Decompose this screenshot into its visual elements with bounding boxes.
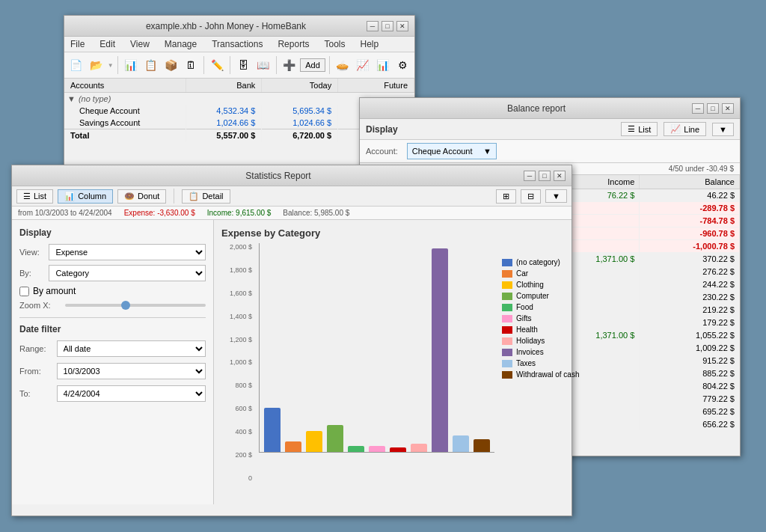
maximize-button[interactable]: □	[382, 21, 393, 31]
more-options-button[interactable]: ▼	[545, 189, 567, 203]
menu-file[interactable]: File	[67, 38, 88, 50]
account-bank: 4,532.34 $	[186, 105, 262, 117]
chart-options-button[interactable]: ⊟	[521, 189, 541, 204]
close-button[interactable]: ✕	[396, 21, 408, 31]
settings-button[interactable]: ⚙	[393, 55, 411, 76]
legend-label: Food	[516, 303, 533, 311]
to-select[interactable]: 4/24/2004	[57, 385, 206, 402]
toolbar-separator-5	[329, 56, 330, 74]
y-label: 1,400 $	[230, 313, 252, 320]
collapse-icon[interactable]: ▼	[67, 94, 76, 103]
menu-transactions[interactable]: Transactions	[209, 38, 266, 50]
stats-chart-area: Expense by Category 2,000 $ 1,800 $ 1,60…	[214, 220, 607, 504]
by-select[interactable]: Category	[49, 265, 206, 281]
y-label: 1,600 $	[230, 290, 252, 297]
stats-maximize[interactable]: □	[539, 171, 551, 181]
add-icon-button[interactable]: ➕	[280, 55, 298, 76]
account-label: Account:	[366, 147, 398, 156]
line-icon: 📈	[670, 124, 681, 134]
balance-close[interactable]: ✕	[722, 103, 734, 114]
cell-balance: 276.22 $	[640, 266, 740, 278]
stats-close[interactable]: ✕	[554, 171, 566, 181]
menu-help[interactable]: Help	[358, 38, 382, 50]
bar[interactable]	[264, 243, 281, 452]
database-button[interactable]: 🗄	[234, 55, 252, 76]
cell-balance: 230.22 $	[640, 291, 740, 304]
balance-minimize[interactable]: ─	[692, 103, 704, 114]
bar[interactable]	[285, 243, 301, 452]
balance-maximize[interactable]: □	[707, 103, 719, 114]
bar[interactable]	[390, 243, 406, 452]
line-chart-button[interactable]: 📈	[353, 55, 371, 76]
sidebar-separator	[19, 317, 206, 318]
minimize-button[interactable]: ─	[367, 21, 379, 31]
stats-content: Display View: Expense By: Category By a	[12, 220, 572, 504]
menu-view[interactable]: View	[127, 38, 153, 50]
donut-icon: 🍩	[124, 192, 135, 201]
bar[interactable]	[411, 243, 427, 452]
properties-button[interactable]: 🗓	[182, 55, 200, 76]
stats-detail-button[interactable]: 📋 Detail	[182, 189, 230, 204]
cell-balance: 695.22 $	[640, 406, 740, 418]
balance-toolbar: Display ☰ List 📈 Line ▼	[360, 119, 740, 140]
bar[interactable]	[369, 243, 385, 452]
stats-column-button[interactable]: 📊 Column	[58, 189, 113, 204]
view-options-button[interactable]: ▼	[712, 123, 734, 136]
display-section-title: Display	[19, 227, 206, 238]
bar-chart-button[interactable]: 📊	[373, 55, 391, 76]
bar-rect	[453, 435, 469, 452]
legend-item: Car	[502, 269, 599, 278]
add-button[interactable]: Add	[300, 58, 325, 72]
y-label: 200 $	[235, 451, 252, 459]
stats-list-button[interactable]: ☰ List	[16, 189, 53, 204]
from-select[interactable]: 10/3/2003	[57, 363, 206, 379]
cell-balance: 179.22 $	[640, 317, 740, 329]
book-button[interactable]: 📖	[254, 55, 272, 76]
cell-balance: 915.22 $	[640, 355, 740, 367]
export-chart-button[interactable]: ⊞	[496, 189, 516, 204]
y-axis: 2,000 $ 1,800 $ 1,600 $ 1,400 $ 1,200 $ …	[221, 243, 255, 482]
list-view-button[interactable]: ☰ List	[621, 122, 658, 136]
new-button[interactable]: 📄	[67, 55, 85, 76]
bar[interactable]	[327, 243, 343, 452]
slider-thumb[interactable]	[121, 301, 130, 310]
export-button[interactable]: 📋	[142, 55, 160, 76]
bar-rect	[285, 441, 301, 452]
legend-item: (no category)	[502, 258, 599, 266]
menu-reports[interactable]: Reports	[275, 38, 312, 50]
line-view-button[interactable]: 📈 Line	[664, 122, 706, 136]
menu-manage[interactable]: Manage	[162, 38, 200, 50]
by-amount-checkbox[interactable]	[19, 287, 29, 296]
pie-chart-button[interactable]: 🥧	[334, 55, 352, 76]
bar[interactable]	[453, 243, 469, 452]
account-select[interactable]: Cheque Account ▼	[407, 143, 497, 159]
legend-label: (no category)	[516, 258, 560, 266]
total-bank: 5,557.00 $	[186, 129, 262, 142]
y-label: 1,200 $	[230, 336, 252, 343]
backup-button[interactable]: 📦	[162, 55, 180, 76]
view-select[interactable]: Expense	[49, 244, 206, 260]
main-window-controls: ─ □ ✕	[367, 21, 408, 31]
cell-balance: -784.78 $	[640, 215, 740, 227]
menu-edit[interactable]: Edit	[96, 38, 118, 50]
menu-tools[interactable]: Tools	[321, 38, 348, 50]
bar-rect	[390, 447, 406, 452]
open-button[interactable]: 📂	[88, 55, 105, 76]
by-amount-label: By amount	[33, 286, 76, 296]
bar[interactable]	[348, 243, 364, 452]
bar[interactable]	[306, 243, 322, 452]
import-button[interactable]: 📊	[122, 55, 140, 76]
cell-balance: 885.22 $	[640, 367, 740, 380]
stats-minimize[interactable]: ─	[524, 171, 536, 181]
stats-donut-button[interactable]: 🍩 Donut	[117, 189, 166, 204]
bar[interactable]	[474, 243, 490, 452]
by-amount-row: By amount	[19, 286, 206, 296]
bar[interactable]	[432, 243, 448, 452]
cell-balance: 656.22 $	[640, 418, 740, 431]
stats-window: Statistics Report ─ □ ✕ ☰ List 📊 Column …	[11, 165, 572, 516]
range-select[interactable]: All date	[57, 340, 206, 357]
zoom-slider[interactable]	[65, 304, 206, 307]
stats-toolbar: ☰ List 📊 Column 🍩 Donut 📋 Detail ⊞ ⊟ ▼	[12, 186, 572, 207]
edit-button[interactable]: ✏️	[208, 55, 226, 76]
toolbar-separator-2	[203, 56, 204, 74]
